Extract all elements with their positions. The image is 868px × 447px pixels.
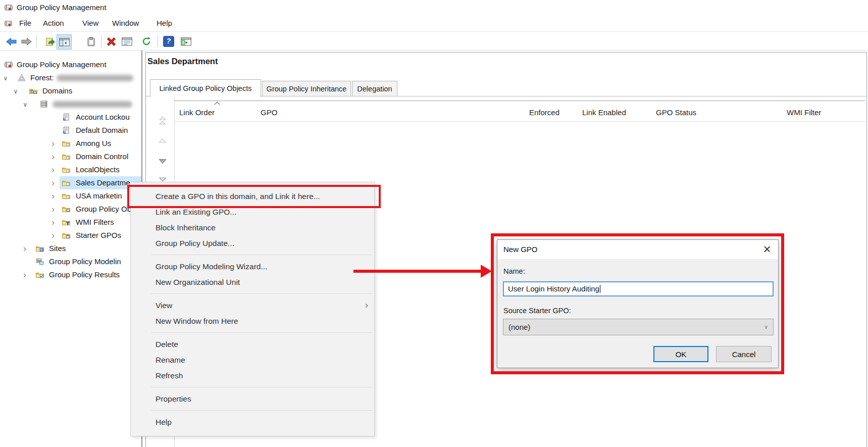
domains-folder-icon bbox=[29, 86, 38, 95]
app-scroll-icon bbox=[4, 3, 13, 12]
menu-item-group-policy-update[interactable]: Group Policy Update... bbox=[131, 235, 374, 251]
menu-separator bbox=[131, 383, 374, 391]
gpo-link-icon bbox=[62, 113, 71, 122]
collapse-chevron-icon[interactable] bbox=[2, 71, 9, 84]
forward-icon[interactable] bbox=[19, 34, 33, 48]
expand-chevron-icon[interactable] bbox=[49, 203, 57, 216]
properties-icon[interactable] bbox=[120, 34, 134, 48]
show-console-tree-icon[interactable] bbox=[57, 34, 72, 49]
tree-item-domains[interactable]: Domains bbox=[0, 84, 141, 97]
expand-chevron-icon[interactable] bbox=[49, 229, 57, 242]
tree-item-usa-marketing[interactable]: USA marketin bbox=[0, 189, 141, 203]
move-down-icon[interactable] bbox=[155, 154, 171, 170]
menu-window[interactable]: Window bbox=[110, 15, 141, 31]
column-header-gpo[interactable]: GPO bbox=[261, 105, 277, 120]
column-header-gpo-status[interactable]: GPO Status bbox=[656, 105, 696, 120]
toolbar-separator bbox=[36, 35, 37, 47]
starter-gpo-folder-icon bbox=[62, 231, 71, 240]
menu-item-properties[interactable]: Properties bbox=[131, 391, 374, 407]
gpo-link-icon bbox=[62, 126, 71, 135]
tab-delegation[interactable]: Delegation bbox=[352, 81, 397, 96]
expand-chevron-icon[interactable] bbox=[49, 137, 57, 150]
tree-item-group-policy-management[interactable]: Group Policy Management bbox=[0, 58, 141, 71]
question-glyph bbox=[162, 34, 176, 48]
column-header-enforced[interactable]: Enforced bbox=[529, 105, 559, 120]
menu-item-modeling-wizard[interactable]: Group Policy Modeling Wizard... bbox=[131, 259, 374, 274]
ou-folder-icon bbox=[62, 178, 71, 187]
modeling-icon bbox=[35, 257, 44, 266]
tree-item-domain[interactable] bbox=[0, 97, 141, 111]
sort-ascending-icon bbox=[214, 102, 220, 105]
context-menu: Create a GPO in this domain, and Link it… bbox=[130, 182, 375, 436]
collapse-chevron-icon[interactable] bbox=[12, 84, 19, 97]
menu-item-block-inheritance[interactable]: Block Inheritance bbox=[131, 220, 374, 235]
window-title: Group Policy Management bbox=[17, 0, 107, 15]
expand-chevron-icon[interactable] bbox=[49, 150, 57, 163]
expand-chevron-icon[interactable] bbox=[49, 189, 57, 203]
tree-item-account-lockout-gpo[interactable]: Account Lockou bbox=[0, 111, 141, 124]
ou-folder-icon bbox=[62, 139, 71, 148]
tab-linked-group-policy-objects[interactable]: Linked Group Policy Objects bbox=[150, 79, 261, 97]
up-one-level-icon[interactable] bbox=[43, 34, 57, 48]
tree-item-group-policy-modeling[interactable]: Group Policy Modelin bbox=[0, 255, 141, 268]
expand-chevron-icon[interactable] bbox=[49, 216, 57, 229]
delete-icon[interactable] bbox=[104, 34, 118, 48]
move-to-top-icon[interactable] bbox=[155, 113, 171, 129]
menu-item-delete[interactable]: Delete bbox=[131, 336, 374, 352]
page-title: Sales Department bbox=[147, 57, 218, 66]
menu-separator bbox=[131, 290, 374, 297]
menu-help[interactable]: Help bbox=[155, 15, 174, 31]
back-icon[interactable] bbox=[5, 34, 19, 48]
annotation-arrow-head bbox=[481, 265, 492, 278]
menu-item-help[interactable]: Help bbox=[131, 414, 374, 430]
tab-group-policy-inheritance[interactable]: Group Policy Inheritance bbox=[262, 81, 351, 96]
title-bar: Group Policy Management bbox=[0, 0, 868, 15]
table-header-border bbox=[174, 121, 865, 122]
expand-chevron-icon[interactable] bbox=[49, 163, 57, 176]
menu-item-rename[interactable]: Rename bbox=[131, 352, 374, 368]
menu-item-new-organizational-unit[interactable]: New Organizational Unit bbox=[131, 274, 374, 290]
column-header-wmi-filter[interactable]: WMI Filter bbox=[787, 105, 821, 120]
tree-item-domain-controllers[interactable]: Domain Control bbox=[0, 150, 141, 163]
results-folder-icon bbox=[35, 270, 44, 279]
menu-item-new-window-from-here[interactable]: New Window from Here bbox=[131, 313, 374, 329]
menu-item-view[interactable]: View bbox=[131, 297, 374, 313]
gpmc-scroll-icon bbox=[4, 60, 13, 69]
toolbar-separator bbox=[101, 35, 101, 47]
console-tree-panel: Group Policy Management Forest: Domains … bbox=[0, 51, 142, 447]
clipboard-icon[interactable] bbox=[84, 34, 98, 48]
expand-chevron-icon[interactable] bbox=[21, 268, 28, 281]
wmi-filter-folder-icon bbox=[62, 218, 71, 227]
column-header-link-enabled[interactable]: Link Enabled bbox=[582, 105, 626, 120]
group-policy-management-window: Group Policy Management File Action View… bbox=[0, 0, 868, 447]
menu-file[interactable]: File bbox=[17, 15, 33, 31]
annotation-arrow-shaft bbox=[353, 270, 482, 273]
forest-icon bbox=[17, 73, 26, 82]
move-up-icon[interactable] bbox=[155, 133, 171, 150]
tree-item-group-policy-objects[interactable]: Group Policy Ob bbox=[0, 203, 141, 216]
redacted-forest-name bbox=[57, 75, 133, 81]
menu-view[interactable]: View bbox=[80, 15, 100, 31]
gpo-folder-icon bbox=[62, 205, 71, 214]
tree-item-starter-gpos[interactable]: Starter GPOs bbox=[0, 229, 141, 242]
refresh-icon[interactable] bbox=[139, 34, 154, 48]
expand-chevron-icon[interactable] bbox=[21, 242, 28, 255]
tree-item-wmi-filters[interactable]: WMI Filters bbox=[0, 216, 141, 229]
tree-item-sites[interactable]: Sites bbox=[0, 242, 141, 255]
annotation-box-new-gpo-dialog bbox=[491, 233, 784, 374]
sites-folder-icon bbox=[35, 244, 44, 253]
tree-item-among-us[interactable]: Among Us bbox=[0, 137, 141, 150]
tree-item-forest[interactable]: Forest: bbox=[0, 71, 141, 84]
menu-item-refresh[interactable]: Refresh bbox=[131, 368, 374, 383]
expand-chevron-icon[interactable] bbox=[49, 176, 57, 189]
tree-item-sales-department[interactable]: Sales Departme bbox=[0, 176, 141, 189]
column-header-link-order[interactable]: Link Order bbox=[179, 105, 215, 120]
tree-item-localobjects[interactable]: LocalObjects bbox=[0, 163, 141, 176]
help-icon[interactable] bbox=[162, 34, 176, 48]
menu-action[interactable]: Action bbox=[41, 15, 66, 31]
tree-item-default-domain-gpo[interactable]: Default Domain bbox=[0, 124, 141, 137]
tree-item-group-policy-results[interactable]: Group Policy Results bbox=[0, 268, 141, 281]
collapse-chevron-icon[interactable] bbox=[22, 97, 29, 111]
menu-item-view-label: View bbox=[156, 301, 172, 310]
new-window-icon[interactable] bbox=[179, 34, 193, 48]
